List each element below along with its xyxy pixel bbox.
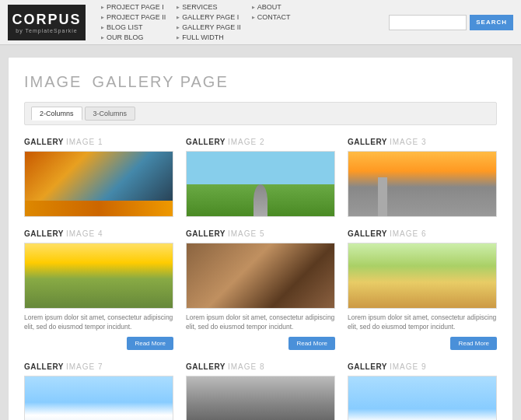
gallery-item: GALLERY IMAGE 6Lorem ipsum dolor sit ame… [348,229,497,350]
read-more-button[interactable]: Read More [127,337,173,350]
tab-3-columns[interactable]: 3-Columns [85,107,136,121]
gallery-item-title: GALLERY IMAGE 6 [348,229,497,238]
gallery-item: GALLERY IMAGE 3 [348,138,497,217]
nav-item[interactable]: OUR BLOG [101,33,166,41]
gallery-description: Lorem ipsum dolor sit amet, consectetur … [186,313,335,332]
nav-item[interactable]: GALLERY PAGE I [177,13,241,21]
gallery-item: GALLERY IMAGE 1 [24,138,173,217]
nav: PROJECT PAGE IPROJECT PAGE IIBLOG LISTOU… [101,3,389,41]
gallery-description: Lorem ipsum dolor sit amet, consectetur … [24,313,173,332]
page-title-sub: GALLERY PAGE [93,73,229,90]
nav-item[interactable]: BLOG LIST [101,23,166,31]
header: CORPUS by TemplateSparkie PROJECT PAGE I… [0,0,521,45]
nav-item[interactable]: FULL WIDTH [177,33,241,41]
nav-item[interactable]: PROJECT PAGE II [101,13,166,21]
gallery-item-title: GALLERY IMAGE 9 [348,362,497,371]
gallery-item-title: GALLERY IMAGE 2 [186,138,335,146]
main-wrapper: IMAGE GALLERY PAGE 2-Columns3-Columns GA… [0,45,521,420]
search-area: SEARCH [389,15,513,30]
gallery-item: GALLERY IMAGE 9 [348,362,497,420]
gallery-grid: GALLERY IMAGE 1GALLERY IMAGE 2GALLERY IM… [24,138,497,420]
nav-item[interactable]: SERVICES [177,3,241,11]
gallery-item-title: GALLERY IMAGE 3 [348,138,497,146]
gallery-item-title: GALLERY IMAGE 8 [186,362,335,371]
nav-col-2: SERVICESGALLERY PAGE IGALLERY PAGE IIFUL… [177,3,241,41]
gallery-image[interactable] [348,151,497,217]
nav-item[interactable]: GALLERY PAGE II [177,23,241,31]
gallery-image[interactable] [24,151,173,217]
read-more-button[interactable]: Read More [288,337,335,350]
gallery-item-title: GALLERY IMAGE 4 [24,229,173,238]
logo: CORPUS by TemplateSparkie [8,5,86,40]
nav-item[interactable]: PROJECT PAGE I [101,3,166,11]
gallery-image[interactable] [186,243,335,309]
tabs-bar: 2-Columns3-Columns [24,102,497,125]
gallery-image[interactable] [186,151,335,217]
gallery-item: GALLERY IMAGE 8 [186,362,335,420]
content-box: IMAGE GALLERY PAGE 2-Columns3-Columns GA… [8,57,513,420]
logo-subtitle: by TemplateSparkie [16,28,77,33]
nav-item[interactable]: CONTACT [252,13,291,21]
gallery-item: GALLERY IMAGE 2 [186,138,335,217]
gallery-image[interactable] [348,243,497,309]
nav-col-3: ABOUTCONTACT [252,3,291,41]
gallery-image[interactable] [24,376,173,420]
gallery-item: GALLERY IMAGE 5Lorem ipsum dolor sit ame… [186,229,335,350]
read-more-button[interactable]: Read More [450,337,497,350]
gallery-description: Lorem ipsum dolor sit amet, consectetur … [348,313,497,332]
tab-2-columns[interactable]: 2-Columns [31,107,82,121]
gallery-item: GALLERY IMAGE 7 [24,362,173,420]
search-button[interactable]: SEARCH [470,15,513,30]
nav-item[interactable]: ABOUT [252,3,291,11]
logo-title: CORPUS [12,12,81,28]
gallery-item: GALLERY IMAGE 4Lorem ipsum dolor sit ame… [24,229,173,350]
page-title-main: IMAGE [24,73,82,90]
nav-col-1: PROJECT PAGE IPROJECT PAGE IIBLOG LISTOU… [101,3,166,41]
gallery-item-title: GALLERY IMAGE 5 [186,229,335,238]
gallery-item-title: GALLERY IMAGE 1 [24,138,173,146]
page-title: IMAGE GALLERY PAGE [24,73,497,91]
gallery-item-title: GALLERY IMAGE 7 [24,362,173,371]
gallery-image[interactable] [24,243,173,309]
search-input[interactable] [389,15,467,30]
gallery-image[interactable] [186,376,335,420]
gallery-image[interactable] [348,376,497,420]
